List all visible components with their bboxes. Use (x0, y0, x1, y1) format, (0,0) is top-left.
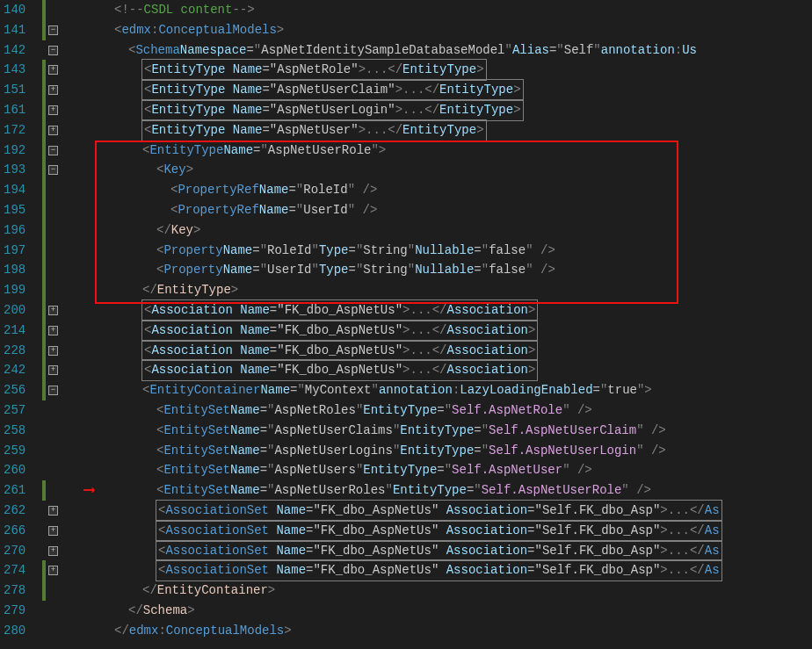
code-line[interactable]: <Association Name="FK_dbo_AspNetUs">...<… (65, 360, 812, 380)
line-number[interactable]: 195 (4, 200, 37, 220)
code-line[interactable]: <Association Name="FK_dbo_AspNetUs">...<… (65, 300, 812, 321)
line-number[interactable]: 142 (4, 40, 37, 61)
code-line[interactable]: </EntityContainer> (65, 580, 812, 601)
fold-toggle-collapsed-icon[interactable]: + (48, 85, 58, 95)
line-number[interactable]: 259 (4, 441, 37, 461)
code-line[interactable]: <edmx:ConceptualModels> (65, 20, 812, 40)
code-line[interactable]: <EntitySet Name="AspNetUserLogins" Entit… (65, 441, 812, 461)
line-number[interactable]: 161 (4, 100, 37, 120)
line-number[interactable]: 270 (4, 541, 37, 561)
fold-toggle-expanded-icon[interactable]: − (48, 386, 58, 395)
code-line[interactable]: <AssociationSet Name="FK_dbo_AspNetUs" A… (65, 501, 812, 521)
code-line[interactable]: </EntityType> (65, 280, 812, 300)
code-line[interactable]: <EntityType Name="AspNetUser">...</Entit… (65, 120, 812, 141)
fold-toggle-collapsed-icon[interactable]: + (48, 546, 58, 556)
line-number[interactable]: 257 (4, 400, 37, 421)
code-line[interactable]: <EntitySet Name="AspNetUserRoles" Entity… (65, 480, 812, 501)
fold-toggle-collapsed-icon[interactable]: + (48, 566, 58, 575)
code-editor[interactable]: 1401411421431511611721921931941951961971… (0, 0, 812, 649)
code-line[interactable]: <Association Name="FK_dbo_AspNetUs">...<… (65, 341, 812, 361)
fold-toggle-collapsed-icon[interactable]: + (48, 306, 58, 315)
folded-region[interactable]: <AssociationSet Name="FK_dbo_AspNetUs" A… (156, 521, 721, 541)
line-number[interactable]: 193 (4, 160, 37, 180)
line-number[interactable]: 258 (4, 421, 37, 441)
fold-toggle-collapsed-icon[interactable]: + (48, 105, 58, 115)
line-number[interactable]: 141 (4, 20, 37, 40)
fold-toggle-expanded-icon[interactable]: − (48, 165, 58, 175)
folded-region[interactable]: <AssociationSet Name="FK_dbo_AspNetUs" A… (156, 541, 721, 561)
line-number[interactable]: 151 (4, 80, 37, 100)
fold-toggle-collapsed-icon[interactable]: + (48, 346, 58, 356)
fold-toggle-collapsed-icon[interactable]: + (48, 326, 58, 335)
fold-toggle-expanded-icon[interactable]: − (48, 25, 58, 35)
folded-region[interactable]: <EntityType Name="AspNetUser">...</Entit… (142, 120, 486, 141)
line-number-gutter[interactable]: 1401411421431511611721921931941951961971… (0, 0, 42, 649)
code-line[interactable]: <Key> (65, 160, 812, 180)
code-line[interactable]: <EntitySet Name="AspNetUserClaims" Entit… (65, 421, 812, 441)
code-line[interactable]: <EntityType Name="AspNetRole">...</Entit… (65, 60, 812, 80)
fold-toggle-collapsed-icon[interactable]: + (48, 365, 58, 375)
fold-column[interactable]: −−++++−−++++−++++ (47, 0, 60, 649)
line-number[interactable]: 196 (4, 220, 37, 241)
line-number[interactable]: 198 (4, 260, 37, 280)
line-number[interactable]: 242 (4, 360, 37, 380)
fold-toggle-expanded-icon[interactable]: − (48, 146, 58, 155)
code-line[interactable]: <Property Name="RoleId" Type="String" Nu… (65, 241, 812, 261)
line-number[interactable]: 194 (4, 180, 37, 200)
line-number[interactable]: 260 (4, 460, 37, 480)
code-line[interactable]: <AssociationSet Name="FK_dbo_AspNetUs" A… (65, 521, 812, 541)
line-number[interactable]: 228 (4, 341, 37, 361)
fold-toggle-collapsed-icon[interactable]: + (48, 126, 58, 135)
line-number[interactable]: 261 (4, 480, 37, 501)
line-number[interactable]: 280 (4, 621, 37, 641)
line-number[interactable]: 214 (4, 321, 37, 341)
folded-region[interactable]: <AssociationSet Name="FK_dbo_AspNetUs" A… (156, 501, 721, 521)
code-line[interactable]: <PropertyRef Name="UserId" /> (65, 200, 812, 220)
fold-toggle-expanded-icon[interactable]: − (48, 46, 58, 55)
code-line[interactable]: <PropertyRef Name="RoleId" /> (65, 180, 812, 200)
code-line[interactable]: <EntityContainer Name="MyContext" annota… (65, 380, 812, 400)
code-line[interactable]: <AssociationSet Name="FK_dbo_AspNetUs" A… (65, 541, 812, 561)
code-line[interactable]: <EntitySet Name="AspNetUsers" EntityType… (65, 460, 812, 480)
folded-region[interactable]: <EntityType Name="AspNetUserLogin">...</… (142, 100, 523, 120)
code-line[interactable]: <EntityType Name="AspNetUserRole"> (65, 141, 812, 161)
code-line[interactable]: <EntitySet Name="AspNetRoles" EntityType… (65, 400, 812, 421)
line-number[interactable]: 279 (4, 601, 37, 621)
folded-region[interactable]: <Association Name="FK_dbo_AspNetUs">...<… (142, 360, 537, 380)
code-line[interactable]: <Schema Namespace="AspNetIdentitySampleD… (65, 40, 812, 61)
folded-region[interactable]: <EntityType Name="AspNetRole">...</Entit… (142, 60, 486, 80)
folded-region[interactable]: <Association Name="FK_dbo_AspNetUs">...<… (142, 341, 537, 361)
line-number[interactable]: 274 (4, 560, 37, 580)
code-line[interactable]: <Association Name="FK_dbo_AspNetUs">...<… (65, 321, 812, 341)
code-area[interactable]: ⟶<!-- CSDL content --><edmx:ConceptualMo… (60, 0, 812, 649)
folded-region[interactable]: <AssociationSet Name="FK_dbo_AspNetUs" A… (156, 560, 721, 580)
code-line[interactable]: </Schema> (65, 601, 812, 621)
fold-toggle-collapsed-icon[interactable]: + (48, 526, 58, 536)
line-number[interactable]: 266 (4, 521, 37, 541)
token: </ (156, 220, 171, 241)
line-number[interactable]: 200 (4, 300, 37, 321)
token: AspNetIdentitySampleDatabaseModel (261, 40, 504, 61)
folded-region[interactable]: <Association Name="FK_dbo_AspNetUs">...<… (142, 300, 537, 321)
line-number[interactable]: 197 (4, 241, 37, 261)
code-line[interactable]: <Property Name="UserId" Type="String" Nu… (65, 260, 812, 280)
code-line[interactable]: </edmx:ConceptualModels> (65, 621, 812, 641)
line-number[interactable]: 172 (4, 120, 37, 141)
folded-region[interactable]: <Association Name="FK_dbo_AspNetUs">...<… (142, 321, 537, 341)
line-number[interactable]: 140 (4, 0, 37, 20)
code-line[interactable]: </Key> (65, 220, 812, 241)
code-line[interactable]: <EntityType Name="AspNetUserClaim">...</… (65, 80, 812, 100)
fold-toggle-collapsed-icon[interactable]: + (48, 65, 58, 75)
code-line[interactable]: <EntityType Name="AspNetUserLogin">...</… (65, 100, 812, 120)
line-number[interactable]: 192 (4, 141, 37, 161)
fold-toggle-collapsed-icon[interactable]: + (48, 506, 58, 516)
token: " (356, 260, 363, 280)
line-number[interactable]: 278 (4, 580, 37, 601)
line-number[interactable]: 256 (4, 380, 37, 400)
code-line[interactable]: <AssociationSet Name="FK_dbo_AspNetUs" A… (65, 560, 812, 580)
folded-region[interactable]: <EntityType Name="AspNetUserClaim">...</… (142, 80, 523, 100)
line-number[interactable]: 262 (4, 501, 37, 521)
line-number[interactable]: 199 (4, 280, 37, 300)
code-line[interactable]: <!-- CSDL content --> (65, 0, 812, 20)
line-number[interactable]: 143 (4, 60, 37, 80)
